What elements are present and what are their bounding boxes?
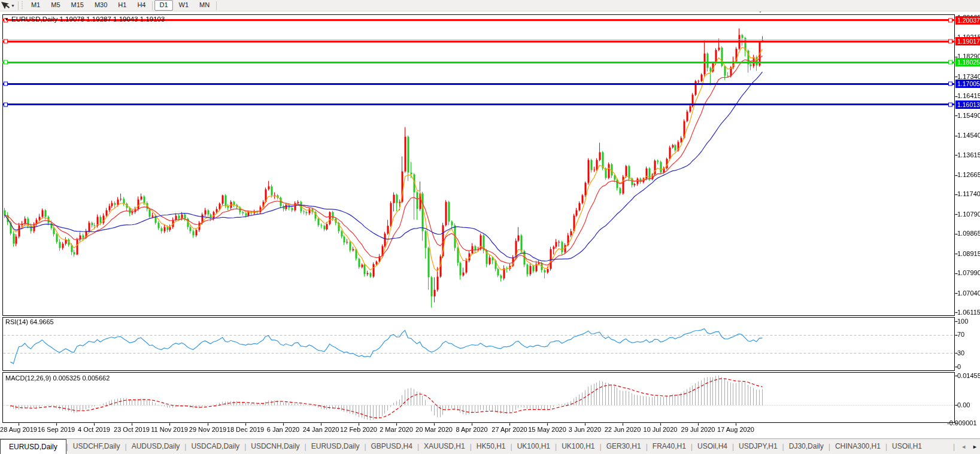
macd-scale-label: -0.009001 — [947, 419, 977, 426]
chart-tab-gbpusd-h4[interactable]: GBPUSD,H4 — [366, 440, 417, 453]
chart-tab-uk100-h1[interactable]: UK100,H1 — [557, 440, 599, 453]
date-axis-label: 4 Oct 2019 — [78, 426, 110, 433]
chart-tab-usdjpy-h1[interactable]: USDJPY,H1 — [734, 440, 782, 453]
price-axis-tick-label: 1.13615 — [957, 151, 980, 159]
price-axis-tick-label: 1.09865 — [957, 230, 980, 237]
date-axis-label: 8 Apr 2020 — [456, 426, 487, 433]
date-axis-label: 16 Sep 2019 — [38, 426, 75, 433]
rsi-scale-label: 0 — [957, 363, 961, 370]
timeframe-button-M1[interactable]: M1 — [26, 0, 45, 11]
timeframe-button-H4[interactable]: H4 — [132, 0, 150, 11]
rsi-scale-label: 30 — [957, 349, 964, 357]
date-axis-label: 24 Jan 2020 — [303, 426, 339, 433]
date-axis-label: 12 Feb 2020 — [340, 426, 377, 433]
line-drag-handle[interactable] — [4, 102, 8, 106]
price-axis-tick-label: 1.17340 — [957, 73, 980, 80]
line-drag-handle[interactable] — [4, 39, 8, 44]
price-axis-tick-label: 1.08915 — [957, 250, 980, 257]
tab-scroll-arrows: | ◄ ► — [949, 439, 978, 454]
date-axis-label: 15 May 2020 — [528, 426, 566, 433]
price-axis-tick-label: 1.16415 — [957, 92, 980, 99]
chart-tab-bar: EURUSD,Daily|USDCHF,Daily|AUDUSD,Daily|U… — [0, 438, 980, 454]
line-drag-handle[interactable] — [948, 60, 952, 65]
toolbar-separator — [18, 1, 19, 10]
date-axis-label: 6 Jan 2020 — [267, 426, 299, 433]
date-axis-label: 3 Jun 2020 — [569, 426, 601, 433]
chart-tab-uk100-h1[interactable]: UK100,H1 — [512, 440, 555, 453]
rsi-scale-label: 70 — [957, 331, 964, 338]
horizontal-level-line[interactable] — [2, 62, 955, 63]
horizontal-level-line[interactable] — [2, 83, 955, 85]
mt4-window: ▼ M1M5M15M30H1H4D1W1MN ▼ EURUSD,Daily 1.… — [0, 0, 980, 454]
tab-scroll-left-icon[interactable]: ◄ — [961, 444, 966, 450]
date-axis-label: 27 Apr 2020 — [491, 426, 527, 433]
chart-tab-usdchf-daily[interactable]: USDCHF,Daily — [68, 440, 125, 453]
chart-tab-eurusd-daily[interactable]: EURUSD,Daily — [0, 439, 66, 454]
chart-tab-dj30-daily[interactable]: DJ30,Daily — [784, 440, 829, 453]
chart-tab-usdcad-daily[interactable]: USDCAD,Daily — [186, 440, 244, 453]
chart-tab-china300-h1[interactable]: CHINA300,H1 — [830, 440, 885, 453]
price-axis-tick-label: 1.15490 — [957, 112, 980, 119]
timeframe-toolbar: ▼ M1M5M15M30H1H4D1W1MN — [0, 0, 980, 11]
tabs-holder: EURUSD,Daily|USDCHF,Daily|AUDUSD,Daily|U… — [0, 439, 927, 454]
date-axis-label: 28 Aug 2019 — [0, 426, 37, 433]
date-axis-label: 10 Jul 2020 — [644, 426, 678, 433]
line-drag-handle[interactable] — [948, 18, 952, 22]
horizontal-level-line[interactable] — [2, 103, 955, 105]
tab-scroll-right-icon[interactable]: ► — [972, 444, 978, 450]
price-level-badge: 1.20037 — [955, 16, 980, 25]
line-drag-handle[interactable] — [4, 82, 8, 86]
chart-symbol-dropdown-icon[interactable]: ▼ — [4, 17, 9, 22]
date-axis-label: 22 Jun 2020 — [605, 426, 641, 433]
chart-tab-hk50-h1[interactable]: HK50,H1 — [472, 440, 511, 453]
timeframe-button-M5[interactable]: M5 — [46, 0, 65, 11]
date-axis-label: 11 Nov 2019 — [151, 426, 188, 433]
macd-scale-label: 0.00 — [957, 401, 970, 409]
chart-tab-usdcnh-daily[interactable]: USDCNH,Daily — [246, 440, 304, 453]
cursor-tool-icon[interactable] — [1, 1, 10, 10]
horizontal-level-line[interactable] — [2, 41, 955, 42]
price-level-badge: 1.18025 — [955, 58, 980, 66]
price-axis-tick-label: 1.06115 — [957, 309, 980, 316]
price-axis-tick-label: 1.07990 — [957, 269, 980, 276]
timeframe-buttons: M1M5M15M30H1H4D1W1MN — [26, 0, 218, 11]
price-axis-tick-label: 1.12665 — [957, 171, 980, 178]
chart-tab-audusd-daily[interactable]: AUDUSD,Daily — [127, 440, 185, 453]
chart-tab-usoil-h1[interactable]: USOil,H1 — [887, 440, 927, 453]
toolbar-separator — [152, 1, 153, 10]
timeframe-button-M15[interactable]: M15 — [66, 0, 89, 11]
timeframe-button-M30[interactable]: M30 — [90, 0, 112, 11]
price-axis-tick-label: 1.10790 — [957, 211, 980, 218]
line-drag-handle[interactable] — [4, 60, 8, 65]
toolbar-grip[interactable] — [21, 1, 24, 10]
chart-tab-ger30-h1[interactable]: GER30,H1 — [602, 440, 646, 453]
price-level-badge: 1.19017 — [955, 37, 980, 45]
date-axis-label: 2 Mar 2020 — [380, 426, 413, 433]
chart-tab-xauusd-h1[interactable]: XAUUSD,H1 — [419, 440, 470, 453]
macd-scale-label: 0.014556 — [957, 372, 980, 379]
toolbar-separator — [216, 1, 217, 10]
date-axis-label: 20 Mar 2020 — [415, 426, 453, 433]
chart-tab-usoil-h4[interactable]: USOil,H4 — [693, 440, 732, 453]
tab-separator: | — [953, 443, 955, 451]
timeframe-button-MN[interactable]: MN — [195, 0, 214, 11]
price-chart-canvas[interactable] — [0, 0, 980, 454]
timeframe-button-W1[interactable]: W1 — [174, 0, 194, 11]
chart-tab-fra40-h1[interactable]: FRA40,H1 — [648, 440, 691, 453]
chart-tab-eurusd-daily[interactable]: EURUSD,Daily — [307, 440, 365, 453]
line-drag-handle[interactable] — [948, 39, 952, 44]
rsi-scale-label: 100 — [957, 318, 968, 325]
date-axis-label: 17 Aug 2020 — [717, 426, 754, 433]
date-axis-label: 29 Nov 2019 — [189, 426, 226, 433]
line-drag-handle[interactable] — [948, 102, 952, 106]
price-axis-tick-label: 1.07040 — [957, 290, 980, 297]
line-drag-handle[interactable] — [948, 82, 952, 86]
timeframe-button-D1[interactable]: D1 — [154, 0, 172, 11]
macd-panel-title: MACD(12,26,9) 0.005325 0.005662 — [5, 374, 110, 382]
date-axis-label: 23 Oct 2019 — [114, 426, 150, 433]
cursor-tool-dropdown-icon[interactable]: ▼ — [11, 4, 15, 8]
timeframe-button-H1[interactable]: H1 — [113, 0, 131, 11]
date-axis-label: 18 Dec 2019 — [227, 426, 264, 433]
price-axis-tick-label: 1.11740 — [957, 190, 980, 197]
price-level-badge: 1.16013 — [955, 100, 980, 109]
